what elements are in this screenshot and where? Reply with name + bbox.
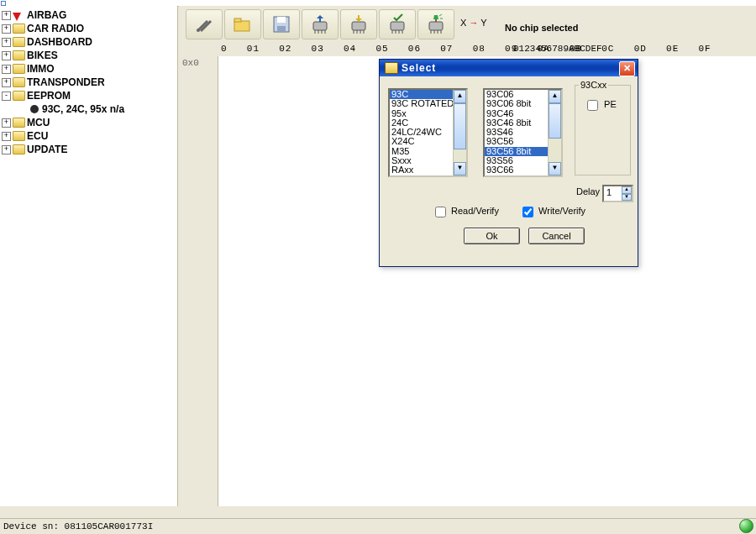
svg-marker-28 — [433, 15, 438, 19]
expand-toggle[interactable]: + — [2, 51, 11, 60]
tree-label: BIKES — [27, 50, 58, 61]
tree-label: CAR RADIO — [27, 23, 84, 34]
tree-label: DASHBOARD — [27, 36, 92, 48]
tree-node-transponder[interactable]: +TRANSPONDER — [2, 75, 177, 88]
pin-icon — [13, 9, 24, 21]
ok-button[interactable]: Ok — [464, 228, 520, 244]
svg-rect-2 — [234, 18, 241, 22]
tree-label: MCU — [27, 117, 50, 128]
svg-rect-1 — [234, 21, 249, 31]
spin-down-button[interactable]: ▼ — [622, 194, 632, 202]
svg-rect-18 — [391, 22, 404, 30]
svg-rect-23 — [429, 22, 443, 30]
svg-marker-11 — [317, 15, 323, 22]
save-button[interactable] — [263, 9, 300, 39]
scrollbar[interactable]: ▲ ▼ — [548, 90, 561, 175]
tree-label: TRANSPONDER — [27, 76, 105, 88]
scroll-up-button[interactable]: ▲ — [454, 90, 466, 103]
expand-toggle[interactable]: + — [2, 65, 11, 74]
spin-up-button[interactable]: ▲ — [622, 186, 632, 194]
chip-status: No chip selected — [505, 23, 578, 33]
readverify-checkbox[interactable] — [435, 207, 446, 217]
expand-toggle[interactable]: + — [2, 24, 11, 34]
scroll-down-button[interactable]: ▼ — [454, 162, 466, 175]
expand-toggle[interactable]: + — [2, 38, 11, 47]
tree-node-airbag[interactable]: +AIRBAG — [2, 8, 177, 21]
dialog-title: Select — [402, 62, 436, 74]
scroll-thumb[interactable] — [549, 103, 561, 139]
tree-node-dashboard[interactable]: +DASHBOARD — [2, 34, 177, 48]
chip-write-button[interactable] — [340, 9, 377, 39]
folder-icon — [385, 62, 398, 74]
status-text: Device sn: 081105CAR001773I — [0, 519, 756, 534]
folder-icon — [13, 144, 24, 155]
tree-label: EEPROM — [27, 90, 71, 102]
svg-rect-12 — [352, 22, 365, 30]
xy-label: X → Y — [460, 18, 487, 28]
family-listbox[interactable]: 93C93C ROTATED95x24C24LC/24WCX24CM35Sxxx… — [388, 88, 468, 177]
device-listbox[interactable]: 93C0693C06 8bit93C4693C46 8bit93S4693C56… — [483, 88, 563, 177]
scroll-up-button[interactable]: ▲ — [549, 90, 561, 103]
hex-header: 0 01 02 03 04 05 06 07 08 09 0A 0B 0C 0D… — [179, 41, 756, 57]
hex-addr-0: 0x0 — [179, 56, 218, 70]
tree-node-ecu[interactable]: +ECU — [2, 128, 177, 142]
dialog-titlebar[interactable]: Select ✕ — [380, 60, 638, 76]
readverify-row: Read/Verify — [432, 204, 499, 220]
folder-icon — [13, 76, 24, 88]
status-bar: Device sn: 081105CAR001773I — [0, 518, 756, 534]
tree-child[interactable]: 93C, 24C, 95x n/a — [2, 102, 177, 115]
folder-icon — [13, 36, 24, 48]
bullet-icon — [30, 105, 39, 113]
chip-verify-button[interactable] — [379, 9, 416, 39]
folder-icon — [13, 90, 24, 102]
select-dialog: Select ✕ 93C93C ROTATED95x24C24LC/24WCX2… — [379, 59, 638, 267]
tree-label: ECU — [27, 130, 48, 142]
folder-icon — [13, 117, 24, 128]
expand-toggle[interactable]: + — [2, 11, 11, 20]
folder-icon — [13, 63, 24, 75]
tree-label: AIRBAG — [27, 9, 66, 21]
close-button[interactable]: ✕ — [619, 61, 635, 76]
tree-node-eeprom[interactable]: -EEPROM — [2, 88, 177, 102]
expand-toggle[interactable]: + — [2, 78, 11, 87]
tree-label: IMMO — [27, 63, 55, 75]
folder-icon — [13, 50, 24, 61]
tree-child-label: 93C, 24C, 95x n/a — [42, 103, 124, 115]
svg-rect-5 — [277, 26, 286, 31]
writeverify-checkbox[interactable] — [522, 207, 533, 217]
tree-node-bikes[interactable]: +BIKES — [2, 48, 177, 61]
tree-node-immo[interactable]: +IMMO — [2, 61, 177, 75]
expand-toggle[interactable]: + — [2, 132, 11, 141]
chip-erase-button[interactable] — [417, 9, 454, 39]
tree-node-car-radio[interactable]: +CAR RADIO — [2, 21, 177, 34]
group-label: 93Cxx — [579, 80, 608, 90]
scroll-thumb[interactable] — [454, 103, 466, 149]
toolbar: X → Y No chip selected — [179, 6, 756, 42]
expand-toggle[interactable]: - — [2, 92, 11, 101]
svg-marker-17 — [355, 15, 362, 22]
connection-led-icon — [739, 519, 753, 533]
chip-read-button[interactable] — [302, 9, 339, 39]
hex-address-gutter: 0x0 — [179, 56, 218, 506]
tree-label: UPDATE — [27, 144, 67, 155]
readverify-label: Read/Verify — [451, 206, 499, 216]
tools-button[interactable] — [186, 9, 223, 39]
options-group: 93Cxx PE — [575, 85, 631, 175]
open-button[interactable] — [224, 9, 261, 39]
scrollbar[interactable]: ▲ ▼ — [453, 90, 466, 175]
cancel-button[interactable]: Cancel — [528, 228, 585, 244]
writeverify-row: Write/Verify — [519, 204, 585, 220]
pe-label: PE — [604, 99, 617, 109]
tree-node-mcu[interactable]: +MCU — [2, 115, 177, 128]
tree-node-update[interactable]: +UPDATE — [2, 142, 177, 155]
expand-toggle[interactable]: + — [2, 118, 11, 128]
svg-rect-6 — [313, 22, 327, 30]
pe-checkbox[interactable] — [587, 100, 598, 111]
writeverify-label: Write/Verify — [538, 206, 585, 216]
scroll-down-button[interactable]: ▼ — [549, 162, 561, 175]
hex-offset-labels: 0 01 02 03 04 05 06 07 08 09 0A 0B 0C 0D… — [221, 44, 711, 54]
expand-toggle[interactable]: + — [2, 145, 11, 154]
svg-rect-4 — [277, 17, 286, 23]
delay-spinbox[interactable]: 1 ▲ ▼ — [602, 185, 633, 202]
pe-checkbox-row: PE — [584, 97, 617, 113]
